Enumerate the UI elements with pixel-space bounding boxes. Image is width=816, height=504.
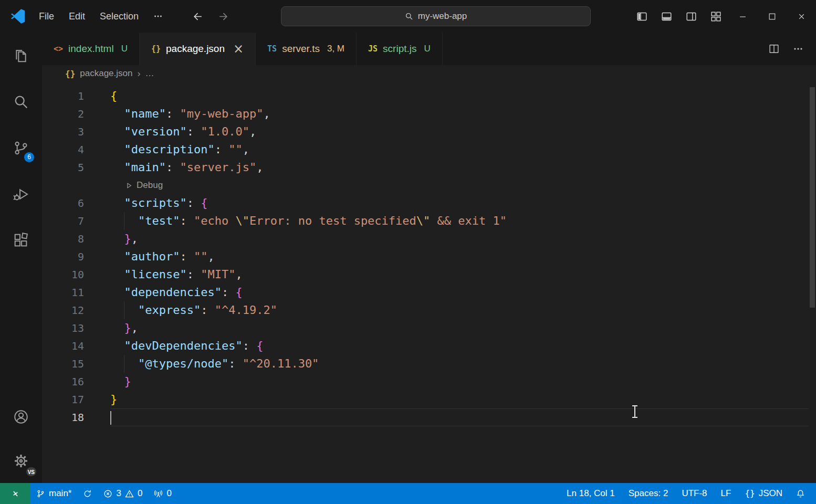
layout-sidebar-right-icon[interactable] (686, 11, 697, 22)
layout-grid-icon[interactable] (710, 11, 721, 22)
problems-label: 3 (116, 488, 121, 499)
code-line-14[interactable]: 14 "devDependencies": { (42, 337, 816, 355)
activitybar-explorer[interactable] (0, 33, 42, 79)
code-line-13[interactable]: 13 }, (42, 319, 816, 337)
scrollbar-thumb[interactable] (810, 87, 815, 308)
vscode-logo-icon (11, 9, 25, 24)
tab-label: index.html (68, 43, 114, 55)
code-line-11[interactable]: 11 "dependencies": { (42, 284, 816, 301)
code-line-6[interactable]: 6 "scripts": { (42, 194, 816, 212)
ellipsis-h-icon[interactable] (793, 44, 803, 54)
tab-strip: <>index.htmlU{}package.json×TSserver.ts3… (42, 33, 443, 65)
activitybar-extensions[interactable] (0, 217, 42, 264)
menu-overflow-button[interactable] (146, 0, 170, 33)
code-line-18[interactable]: 18 (42, 408, 816, 426)
breadcrumb: {} package.json › … (42, 65, 816, 82)
activitybar-settings[interactable]: VS (0, 439, 42, 483)
status-remote[interactable] (0, 483, 30, 504)
source-control-badge: 6 (24, 152, 34, 162)
activity-bar: 6 VS (0, 33, 42, 483)
remote-icon (11, 489, 20, 498)
status-encoding[interactable]: UTF-8 (675, 483, 714, 504)
code-line-1[interactable]: 1{ (42, 87, 816, 105)
status-notifications[interactable] (789, 483, 812, 504)
line-number: 17 (42, 391, 110, 408)
git-status-badge: U (424, 44, 431, 54)
close-window-button[interactable] (787, 0, 816, 33)
line-number: 4 (42, 141, 110, 159)
status-bar-left: main*300 (0, 483, 177, 504)
breadcrumb-file[interactable]: package.json (80, 68, 132, 79)
chevron-right-icon: › (137, 68, 140, 79)
eol-label: LF (721, 488, 731, 499)
status-eol[interactable]: LF (714, 483, 738, 504)
code-line-4[interactable]: 4 "description": "", (42, 141, 816, 159)
status-language-mode[interactable]: {}JSON (738, 483, 789, 504)
problems-label: 0 (138, 488, 142, 499)
activity-bar-bottom: VS (0, 395, 42, 483)
tab-package.json[interactable]: {}package.json× (140, 33, 256, 65)
code-line-2[interactable]: 2 "name": "my-web-app", (42, 105, 816, 123)
title-bar: FileEditSelection my-web-app (0, 0, 816, 33)
line-number: 15 (42, 355, 110, 373)
code-lens-row: Debug (42, 176, 816, 194)
language-mode-label: JSON (759, 488, 782, 499)
minimize-button[interactable] (728, 0, 757, 33)
branch-label: main* (49, 488, 71, 499)
code-line-7[interactable]: 7 "test": "echo \"Error: no test specifi… (42, 212, 816, 230)
tab-script.js[interactable]: JSscript.jsU (357, 33, 443, 65)
status-sync[interactable] (77, 483, 98, 504)
maximize-button[interactable] (757, 0, 787, 33)
activitybar-search[interactable] (0, 79, 42, 125)
status-indentation[interactable]: Spaces: 2 (622, 483, 675, 504)
layout-sidebar-left-icon[interactable] (636, 11, 647, 22)
code-editor[interactable]: 1{2 "name": "my-web-app",3 "version": "1… (42, 82, 816, 483)
status-bar: main*300 Ln 18, Col 1Spaces: 2UTF-8LF{}J… (0, 483, 816, 504)
code-line-12[interactable]: 12 "express": "^4.19.2" (42, 301, 816, 319)
line-number: 3 (42, 123, 110, 141)
menu-bar: FileEditSelection (32, 0, 170, 33)
line-number: 10 (42, 266, 110, 284)
tab-index.html[interactable]: <>index.htmlU (42, 33, 140, 65)
menu-file[interactable]: File (32, 0, 61, 33)
line-number: 6 (42, 194, 110, 212)
activitybar-accounts[interactable] (0, 395, 42, 439)
line-number: 18 (42, 408, 110, 426)
code-line-3[interactable]: 3 "version": "1.0.0", (42, 123, 816, 141)
status-cursor-position[interactable]: Ln 18, Col 1 (560, 483, 622, 504)
code-line-15[interactable]: 15 "@types/node": "^20.11.30" (42, 355, 816, 373)
code-line-8[interactable]: 8 }, (42, 230, 816, 248)
navigate-forward-button[interactable] (218, 11, 229, 22)
activitybar-source-control[interactable]: 6 (0, 125, 42, 171)
split-editor-icon[interactable] (769, 44, 779, 54)
status-bar-right: Ln 18, Col 1Spaces: 2UTF-8LF{}JSON (560, 483, 816, 504)
breadcrumb-more[interactable]: … (145, 68, 154, 79)
layout-panel-icon[interactable] (661, 11, 672, 22)
status-problems[interactable]: 30 (98, 483, 148, 504)
code-line-9[interactable]: 9 "author": "", (42, 248, 816, 266)
code-line-10[interactable]: 10 "license": "MIT", (42, 266, 816, 284)
command-center-search[interactable]: my-web-app (281, 6, 591, 26)
tab-server.ts[interactable]: TSserver.ts3, M (256, 33, 357, 65)
status-branch[interactable]: main* (30, 483, 77, 504)
activitybar-run-and-debug[interactable] (0, 171, 42, 217)
menu-edit[interactable]: Edit (61, 0, 92, 33)
navigate-back-button[interactable] (192, 11, 203, 22)
js-file-icon: JS (368, 44, 378, 54)
status-ports[interactable]: 0 (148, 483, 177, 504)
code-line-17[interactable]: 17} (42, 391, 816, 408)
git-status-badge: U (121, 44, 128, 54)
window-controls (728, 0, 816, 33)
code-lens-debug[interactable]: Debug (125, 176, 163, 194)
braces-icon: {} (745, 488, 755, 499)
line-number: 11 (42, 284, 110, 301)
code-line-5[interactable]: 5 "main": "server.js", (42, 159, 816, 176)
menu-selection[interactable]: Selection (92, 0, 146, 33)
json-file-icon: {} (65, 69, 75, 79)
command-center-text: my-web-app (418, 11, 467, 22)
line-number: 16 (42, 373, 110, 391)
radio-tower-icon (154, 489, 163, 498)
close-tab-button[interactable]: × (233, 43, 244, 55)
code-line-16[interactable]: 16 } (42, 373, 816, 391)
editor-actions (769, 33, 816, 65)
